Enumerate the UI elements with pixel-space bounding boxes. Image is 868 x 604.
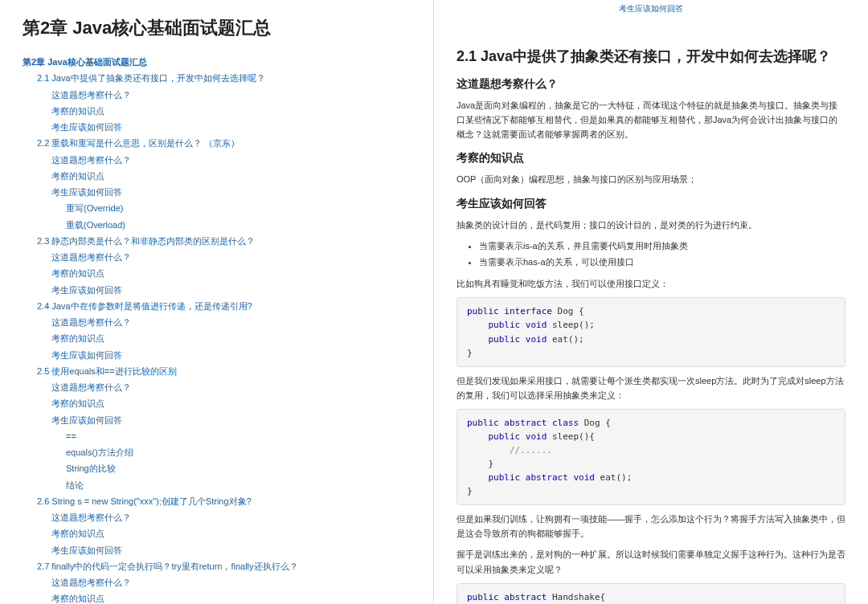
toc-link[interactable]: 2.5 使用equals和==进行比较的区别 — [37, 364, 411, 379]
toc-link[interactable]: 2.6 String s = new String("xxx");创建了几个St… — [37, 494, 411, 509]
section-title: 2.1 Java中提供了抽象类还有接口，开发中如何去选择呢？ — [457, 47, 845, 66]
sub1-para: Java是面向对象编程的，抽象是它的一大特征，而体现这个特征的就是抽象类与接口。… — [457, 98, 845, 141]
left-page: 第2章 Java核心基础面试题汇总 第2章 Java核心基础面试题汇总2.1 J… — [0, 0, 434, 604]
toc-link[interactable]: equals()方法介绍 — [66, 445, 411, 460]
toc-link[interactable]: 考生应该如何回答 — [51, 348, 411, 363]
toc-link[interactable]: 考生应该如何回答 — [51, 413, 411, 428]
toc-link[interactable]: 考察的知识点 — [51, 331, 411, 346]
toc-link[interactable]: 2.2 重载和重写是什么意思，区别是什么？ （京东） — [37, 136, 411, 151]
toc-link[interactable]: 考察的知识点 — [51, 396, 411, 411]
toc-link[interactable]: 考察的知识点 — [51, 591, 411, 604]
top-link[interactable]: 考生应该如何回答 — [457, 3, 845, 14]
code-block-1: public interface Dog { public void sleep… — [457, 297, 845, 366]
right-page: 考生应该如何回答 2.1 Java中提供了抽象类还有接口，开发中如何去选择呢？ … — [434, 0, 868, 604]
toc-link[interactable]: 这道题想考察什么？ — [51, 315, 411, 330]
toc-link[interactable]: 2.3 静态内部类是什么？和非静态内部类的区别是什么？ — [37, 234, 411, 249]
toc-link[interactable]: 考生应该如何回答 — [51, 283, 411, 298]
toc-link[interactable]: 结论 — [66, 478, 411, 493]
toc-link[interactable]: 考察的知识点 — [51, 169, 411, 184]
toc: 第2章 Java核心基础面试题汇总2.1 Java中提供了抽象类还有接口，开发中… — [23, 55, 411, 604]
code-block-2: public abstract class Dog { public void … — [457, 409, 845, 505]
list-item: 当需要表示is-a的关系，并且需要代码复用时用抽象类 — [479, 239, 845, 255]
toc-link[interactable]: 考察的知识点 — [51, 266, 411, 281]
toc-link[interactable]: 这道题想考察什么？ — [51, 575, 411, 590]
toc-link[interactable]: 这道题想考察什么？ — [51, 250, 411, 265]
toc-link[interactable]: 重载(Overload) — [66, 218, 411, 233]
sub3-p1: 抽象类的设计目的，是代码复用；接口的设计目的，是对类的行为进行约束。 — [457, 218, 845, 232]
sub2-para: OOP（面向对象）编程思想，抽象与接口的区别与应用场景； — [457, 172, 845, 186]
toc-link[interactable]: 这道题想考察什么？ — [51, 510, 411, 525]
bullet-list: 当需要表示is-a的关系，并且需要代码复用时用抽象类当需要表示has-a的关系，… — [479, 239, 845, 271]
toc-link[interactable]: 考生应该如何回答 — [51, 543, 411, 558]
list-item: 当需要表示has-a的关系，可以使用接口 — [479, 255, 845, 271]
toc-link[interactable]: 考生应该如何回答 — [51, 185, 411, 200]
toc-link[interactable]: 第2章 Java核心基础面试题汇总 — [23, 55, 411, 70]
sub3-p4: 但是如果我们训练，让狗拥有一项技能——握手，怎么添加这个行为？将握手方法写入抽象… — [457, 512, 845, 541]
toc-link[interactable]: 这道题想考察什么？ — [51, 88, 411, 103]
chapter-title: 第2章 Java核心基础面试题汇总 — [23, 16, 411, 40]
toc-link[interactable]: 考察的知识点 — [51, 526, 411, 541]
toc-link[interactable]: 考生应该如何回答 — [51, 120, 411, 135]
sub1-title: 这道题想考察什么？ — [457, 77, 845, 92]
toc-link[interactable]: 这道题想考察什么？ — [51, 380, 411, 395]
sub3-p5: 握手是训练出来的，是对狗的一种扩展。所以这时候我们需要单独定义握手这种行为。这种… — [457, 547, 845, 576]
sub3-p3: 但是我们发现如果采用接口，就需要让每个派生类都实现一次sleep方法。此时为了完… — [457, 373, 845, 402]
toc-link[interactable]: 这道题想考察什么？ — [51, 153, 411, 168]
sub2-title: 考察的知识点 — [457, 151, 845, 165]
code-block-3: public abstract Handshake{ abstract void… — [457, 583, 845, 604]
toc-link[interactable]: 2.7 finally中的代码一定会执行吗？try里有return，finall… — [37, 559, 411, 574]
toc-link[interactable]: 2.4 Java中在传参数时是将值进行传递，还是传递引用? — [37, 299, 411, 314]
sub3-p2: 比如狗具有睡觉和吃饭方法，我们可以使用接口定义： — [457, 276, 845, 291]
sub3-title: 考生应该如何回答 — [457, 197, 845, 211]
toc-link[interactable]: 重写(Override) — [66, 201, 411, 216]
toc-link[interactable]: String的比较 — [66, 461, 411, 476]
toc-link[interactable]: 考察的知识点 — [51, 104, 411, 119]
toc-link[interactable]: == — [66, 429, 411, 444]
toc-link[interactable]: 2.1 Java中提供了抽象类还有接口，开发中如何去选择呢？ — [37, 71, 411, 86]
